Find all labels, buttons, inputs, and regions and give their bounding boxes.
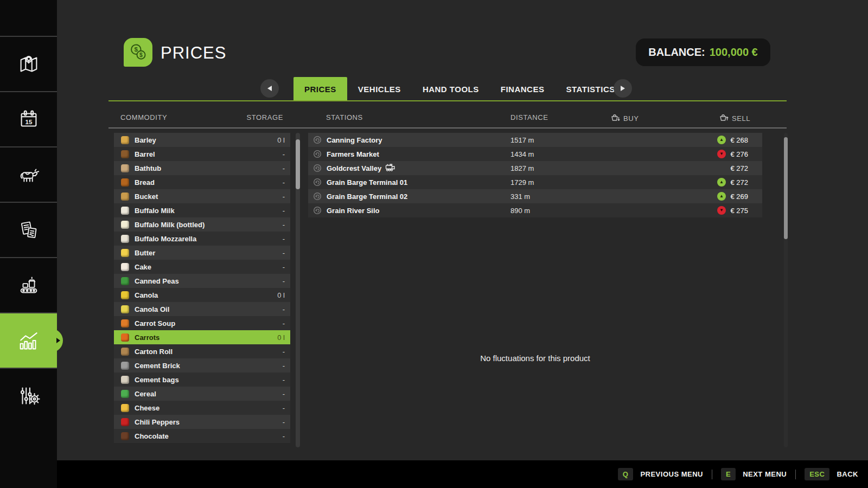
commodity-storage-value: - (283, 164, 285, 172)
commodity-row-chocolate[interactable]: Chocolate- (114, 429, 290, 443)
price-trend-down-icon: ▼ (717, 150, 726, 158)
commodity-row-canola[interactable]: Canola0 l (114, 288, 290, 302)
commodity-row-buffalo-milk[interactable]: Buffalo Milk- (114, 203, 290, 217)
station-scrollbar-thumb[interactable] (784, 137, 788, 239)
tabs-previous-arrow-button[interactable] (260, 79, 279, 98)
station-hotspot-icon[interactable] (313, 164, 322, 172)
buy-basket-icon (611, 113, 620, 124)
balance-value: 100,000 € (710, 46, 758, 59)
station-hotspot-icon[interactable] (313, 192, 322, 201)
commodity-row-cereal[interactable]: Cereal- (114, 387, 290, 401)
commodity-row-cement-brick[interactable]: Cement Brick- (114, 358, 290, 373)
commodity-row-barrel[interactable]: Barrel- (114, 147, 290, 161)
column-header-distance: DISTANCE (510, 113, 548, 121)
buffalo-milk-icon (121, 207, 129, 215)
commodity-name: Canola Oil (135, 305, 169, 313)
commodity-row-butter[interactable]: Butter- (114, 246, 290, 260)
sidebar-item-calendar[interactable]: 15 (0, 91, 57, 146)
key-hint-previous-menu[interactable]: PREVIOUS MENU (640, 470, 703, 478)
tab-prices[interactable]: PRICES (293, 77, 347, 101)
commodity-scrollbar[interactable] (296, 133, 300, 447)
carrot-soup-icon (121, 319, 129, 328)
station-scrollbar[interactable] (784, 133, 788, 447)
station-row-farmers-market[interactable]: Farmers Market1434 m▼€ 276 (308, 147, 762, 161)
commodity-name: Canned Peas (135, 277, 179, 285)
commodity-scrollbar-thumb[interactable] (296, 139, 300, 189)
canned-peas-icon (121, 277, 129, 285)
sidebar-item-statistics[interactable] (0, 312, 57, 368)
key-hint-next-menu[interactable]: NEXT MENU (743, 470, 787, 478)
commodity-row-barley[interactable]: Barley0 l (114, 133, 290, 147)
commodity-row-carrots[interactable]: Carrots0 l (114, 330, 290, 344)
key-hint-back[interactable]: BACK (837, 470, 858, 478)
tab-finances[interactable]: FINANCES (490, 77, 556, 101)
station-name: Grain Barge Terminal 01 (327, 178, 407, 187)
station-row-grain-barge-terminal-02[interactable]: Grain Barge Terminal 02331 m▲€ 269 (308, 189, 762, 203)
commodity-name: Cake (135, 263, 151, 271)
commodity-row-bread[interactable]: Bread- (114, 175, 290, 189)
commodity-storage-value: - (283, 192, 285, 201)
commodity-storage-value: - (283, 249, 285, 257)
station-name: Farmers Market (327, 150, 379, 158)
map-icon (16, 52, 41, 76)
station-price-list: Canning Factory1517 m▲€ 268Farmers Marke… (308, 133, 762, 217)
calendar-icon: 15 (16, 107, 41, 132)
commodity-row-bathtub[interactable]: Bathtub- (114, 161, 290, 175)
sidebar-item-contracts[interactable] (0, 202, 57, 257)
commodity-storage-value: - (283, 376, 285, 384)
tab-vehicles[interactable]: VEHICLES (347, 77, 412, 101)
commodity-storage-value: 0 l (277, 333, 285, 342)
commodity-row-chili-peppers[interactable]: Chili Peppers- (114, 415, 290, 429)
tab-hand-tools[interactable]: HAND TOOLS (412, 77, 490, 101)
station-hotspot-icon[interactable] (313, 136, 322, 144)
commodity-row-cheese[interactable]: Cheese- (114, 401, 290, 415)
sidebar-item-production[interactable] (0, 257, 57, 312)
footer-separator (712, 470, 712, 479)
commodity-name: Cheese (135, 404, 159, 412)
commodity-name: Carrot Soup (135, 319, 175, 328)
cheese-icon (121, 404, 129, 412)
station-row-canning-factory[interactable]: Canning Factory1517 m▲€ 268 (308, 133, 762, 147)
sidebar-item-animals[interactable] (0, 146, 57, 202)
station-hotspot-icon[interactable] (313, 178, 322, 187)
key-hint-bar: QPREVIOUS MENUENEXT MENUESCBACK (0, 460, 868, 488)
station-hotspot-icon[interactable] (313, 206, 322, 215)
commodity-row-canola-oil[interactable]: Canola Oil- (114, 302, 290, 316)
sidebar-item-settings[interactable] (0, 368, 57, 423)
column-header-stations: STATIONS (326, 113, 363, 121)
commodity-name: Chili Peppers (135, 418, 180, 426)
commodity-row-buffalo-mozzarella[interactable]: Buffalo Mozzarella- (114, 232, 290, 246)
key-badge-esc: ESC (805, 468, 829, 480)
commodity-name: Chocolate (135, 432, 169, 440)
commodity-storage-value: - (283, 390, 285, 398)
canola-icon (121, 291, 129, 299)
station-sell-price: € 268 (730, 136, 748, 144)
commodity-row-buffalo-milk-bottled-[interactable]: Buffalo Milk (bottled)- (114, 217, 290, 232)
cement-brick-icon (121, 362, 129, 370)
sell-basket-icon (719, 113, 729, 124)
station-row-grain-river-silo[interactable]: Grain River Silo890 m▼€ 275 (308, 203, 762, 217)
sidebar-item-map[interactable] (0, 36, 57, 91)
left-triangle-icon (267, 86, 272, 91)
commodity-name: Carrots (135, 333, 159, 342)
commodity-name: Bread (135, 178, 155, 187)
main-menu-sidebar: 15 (0, 0, 57, 488)
station-distance: 1434 m (510, 150, 534, 158)
commodity-row-bucket[interactable]: Bucket- (114, 189, 290, 203)
station-hotspot-icon[interactable] (313, 150, 322, 158)
commodity-row-carrot-soup[interactable]: Carrot Soup- (114, 316, 290, 330)
commodity-row-cake[interactable]: Cake- (114, 260, 290, 274)
commodity-row-cement-bags[interactable]: Cement bags- (114, 373, 290, 387)
station-name: Goldcrest Valley (327, 164, 395, 173)
station-row-goldcrest-valley[interactable]: Goldcrest Valley1827 m€ 272 (308, 161, 762, 175)
commodity-name: Cement bags (135, 376, 179, 384)
commodity-row-canned-peas[interactable]: Canned Peas- (114, 274, 290, 288)
commodity-name: Barley (135, 136, 156, 144)
station-distance: 331 m (510, 192, 530, 201)
station-row-grain-barge-terminal-01[interactable]: Grain Barge Terminal 011729 m▲€ 272 (308, 175, 762, 189)
buffalo-milk-bottled-icon (121, 221, 129, 229)
bread-icon (121, 178, 129, 187)
tabs-next-arrow-button[interactable] (614, 79, 632, 98)
barrel-icon (121, 150, 129, 158)
commodity-row-carton-roll[interactable]: Carton Roll- (114, 344, 290, 358)
